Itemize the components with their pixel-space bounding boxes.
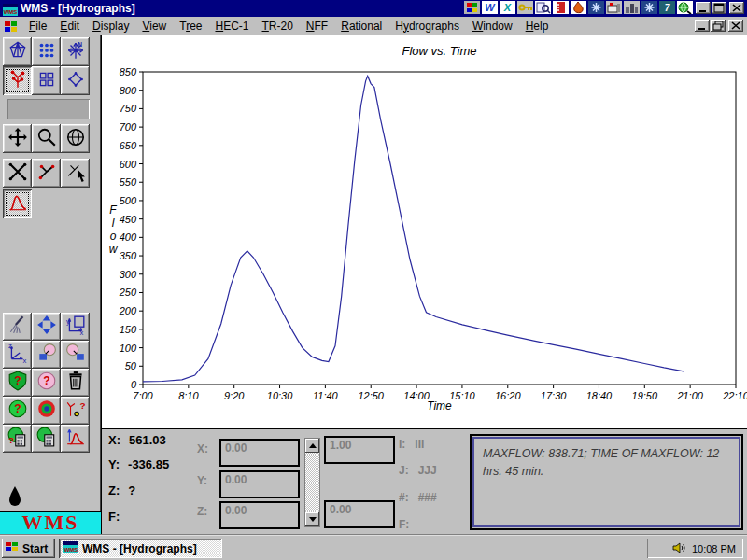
compute-basin-button[interactable]: ?: [3, 425, 32, 453]
frame-view-button[interactable]: [32, 313, 61, 341]
svg-text:17:30: 17:30: [541, 390, 567, 401]
menu-tree[interactable]: Tree: [173, 17, 208, 35]
svg-text:350: 350: [120, 250, 137, 261]
project-icon[interactable]: [641, 1, 657, 14]
svg-text:W: W: [485, 2, 496, 13]
graph-canvas: Flow vs. Time Flow Time 0501001502002503…: [101, 35, 747, 428]
organizer-icon[interactable]: [624, 1, 640, 14]
tin-module-button[interactable]: [3, 37, 32, 66]
menu-file[interactable]: File: [22, 17, 53, 35]
menu-help[interactable]: Help: [519, 17, 556, 35]
binder-icon[interactable]: [553, 1, 569, 14]
rotate-globe-tool-button[interactable]: [61, 124, 90, 153]
i-index: I:III: [399, 438, 424, 451]
excel-icon[interactable]: X: [500, 1, 515, 14]
menu-hydrographs[interactable]: Hydrographs: [388, 17, 466, 35]
menu-tr-20[interactable]: TR-20: [256, 17, 300, 35]
mdi-restore-button[interactable]: [711, 20, 726, 32]
zoom-basin-alt-button[interactable]: [61, 341, 90, 369]
drainage-tree-module-button[interactable]: [3, 66, 32, 95]
speaker-icon[interactable]: [671, 541, 686, 556]
create-vertex-tool-button[interactable]: [32, 159, 61, 188]
powerpoint-icon[interactable]: [571, 1, 586, 14]
svg-text:850: 850: [120, 66, 137, 77]
svg-text:700: 700: [120, 121, 137, 133]
basin-help-button[interactable]: ?: [32, 369, 61, 397]
scatter-module-button[interactable]: [61, 66, 90, 95]
scale-xyz-button[interactable]: xz: [3, 341, 32, 369]
find-file-icon[interactable]: [535, 1, 551, 14]
hydrograph-tool-button[interactable]: [3, 189, 32, 218]
svg-text:11:40: 11:40: [313, 390, 339, 401]
svg-text:550: 550: [120, 176, 137, 188]
run-hydrograph-button[interactable]: [61, 425, 90, 453]
delete-icon: [65, 371, 86, 395]
menu-window[interactable]: Window: [466, 17, 519, 35]
scroll-down-button[interactable]: [305, 512, 319, 526]
drainage-tree-module-icon: [7, 69, 28, 93]
clock[interactable]: 10:08 PM: [692, 543, 736, 554]
menu-view[interactable]: View: [135, 17, 173, 35]
field-scrollbar[interactable]: [304, 438, 320, 527]
maximize-button[interactable]: [712, 2, 726, 14]
svg-text:7: 7: [665, 3, 670, 13]
select-vertices-tool-button[interactable]: [3, 159, 32, 188]
minimize-button[interactable]: [696, 2, 711, 14]
select-vertices-tool-icon: [7, 161, 28, 186]
interval-field-input[interactable]: [324, 436, 395, 464]
menu-hec-1[interactable]: HEC-1: [208, 17, 255, 35]
svg-text:N: N: [78, 40, 82, 47]
plan-view-button[interactable]: yx: [61, 313, 90, 341]
menu-items: FileEditDisplayViewTreeHEC-1TR-20NFFRati…: [22, 17, 555, 35]
mail-icon[interactable]: [606, 1, 622, 14]
pick-vertex-tool-button[interactable]: [61, 159, 90, 188]
rotate-globe-tool-icon: [65, 127, 86, 151]
svg-text:100: 100: [120, 343, 137, 354]
schedule-icon[interactable]: [588, 1, 604, 14]
map-north-module-button[interactable]: N: [61, 37, 90, 66]
start-button[interactable]: Start: [2, 539, 55, 558]
clock-icon[interactable]: 7: [659, 1, 675, 14]
compute-basin-alt-button[interactable]: [32, 425, 61, 453]
task-button-wms[interactable]: WMS WMS - [Hydrographs]: [59, 539, 222, 558]
svg-text:WMS: WMS: [4, 9, 18, 15]
svg-text:200: 200: [119, 305, 137, 316]
svg-text:0: 0: [131, 379, 137, 390]
f-field-input[interactable]: [324, 500, 395, 528]
menu-nff[interactable]: NFF: [300, 17, 334, 35]
menu-edit[interactable]: Edit: [53, 17, 86, 35]
taskbar: Start WMS WMS - [Hydrographs] 10:08 PM: [0, 535, 747, 560]
grid-points-module-icon: [36, 40, 57, 64]
hydrographs-child-icon[interactable]: [4, 20, 19, 32]
bullseye-button[interactable]: [32, 397, 61, 425]
area-help-button[interactable]: ?: [3, 397, 32, 425]
svg-text:250: 250: [119, 287, 137, 298]
delete-button[interactable]: [61, 369, 90, 397]
close-button[interactable]: [729, 2, 744, 14]
z-field-input[interactable]: [219, 501, 300, 529]
zoom-basin-button[interactable]: [32, 341, 61, 369]
tree-help-button[interactable]: ?: [61, 397, 90, 425]
sweep-clean-button[interactable]: [3, 313, 32, 341]
readout-z: Z:?: [108, 483, 135, 497]
word-icon[interactable]: W: [482, 1, 498, 14]
y-field-input[interactable]: [219, 470, 300, 498]
readout-y: Y:-336.85: [108, 457, 169, 471]
grid-points-module-button[interactable]: [32, 37, 61, 66]
shield-help-button[interactable]: ?: [3, 369, 32, 397]
svg-text:600: 600: [120, 159, 137, 170]
office-logo-icon[interactable]: [464, 1, 480, 14]
readout-f: F:: [108, 510, 128, 524]
mdi-close-button[interactable]: [728, 20, 743, 32]
svg-text:8:10: 8:10: [178, 390, 199, 401]
zoom-tool-button[interactable]: [32, 124, 61, 153]
x-field-input[interactable]: [219, 439, 300, 467]
grid-cells-module-button[interactable]: [32, 66, 61, 95]
menu-rational[interactable]: Rational: [334, 17, 388, 35]
menu-display[interactable]: Display: [86, 17, 135, 35]
key-icon[interactable]: [517, 1, 533, 14]
scroll-up-button[interactable]: [305, 439, 319, 453]
mdi-minimize-button[interactable]: [695, 20, 710, 32]
web-find-icon[interactable]: [677, 1, 693, 14]
pan-tool-button[interactable]: [3, 124, 32, 153]
